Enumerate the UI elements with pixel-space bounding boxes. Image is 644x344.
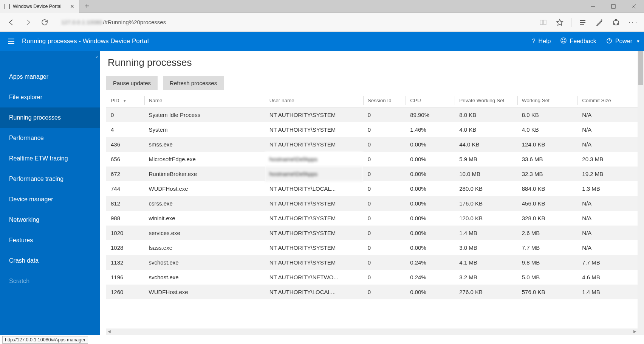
table-row[interactable]: 1132svchost.exeNT AUTHORITY\SYSTEM00.24%… — [106, 255, 638, 270]
power-menu[interactable]: Power ▼ — [606, 37, 640, 45]
titlebar-spacer — [94, 0, 583, 12]
col-header-ws[interactable]: Working Set — [517, 94, 578, 107]
cell-session: 0 — [363, 285, 406, 299]
sidebar-collapse-icon[interactable]: ‹ — [96, 54, 98, 60]
cell-commit: 7.7 MB — [577, 255, 638, 270]
more-icon[interactable]: · · · — [625, 15, 640, 30]
cell-pid: 1028 — [106, 240, 144, 255]
cell-name: WUDFHost.exe — [144, 285, 265, 299]
col-header-pid[interactable]: PID▼ — [106, 94, 144, 107]
cell-commit: N/A — [577, 226, 638, 240]
share-icon[interactable] — [608, 15, 624, 30]
refresh-button[interactable] — [37, 15, 52, 30]
cell-ws: 124.0 KB — [517, 137, 578, 152]
cell-ws: 328.0 KB — [517, 211, 578, 226]
browser-toolbar: 127.0.0.1:10080 /#Running%20processes · … — [0, 13, 644, 32]
cell-pws: 120.0 KB — [455, 211, 517, 226]
sidebar-item-networking[interactable]: Networking — [0, 210, 100, 230]
window-close-button[interactable] — [624, 0, 644, 12]
table-row[interactable]: 988wininit.exeNT AUTHORITY\SYSTEM00.00%1… — [106, 211, 638, 226]
reading-view-icon[interactable] — [536, 15, 551, 30]
table-row[interactable]: 672RuntimeBroker.exehostname\DefApps00.0… — [106, 167, 638, 181]
sidebar-item-features[interactable]: Features — [0, 230, 100, 251]
sidebar-item-realtime-etw-tracing[interactable]: Realtime ETW tracing — [0, 148, 100, 169]
tab-close-icon[interactable]: ✕ — [70, 3, 74, 9]
new-tab-button[interactable]: + — [79, 0, 94, 12]
browser-tab[interactable]: Windows Device Portal ✕ — [0, 0, 79, 13]
col-header-user[interactable]: User name — [265, 94, 363, 107]
cell-ws: 9.8 MB — [517, 255, 578, 270]
cell-user: NT AUTHORITY\SYSTEM — [265, 137, 363, 152]
status-link-preview: http://127.0.0.1:10080/#Apps manager — [2, 336, 88, 344]
pause-updates-button[interactable]: Pause updates — [106, 76, 158, 90]
cell-cpu: 0.00% — [406, 181, 455, 196]
back-button[interactable] — [4, 15, 19, 30]
cell-cpu: 1.46% — [406, 122, 455, 137]
cell-user: NT AUTHORITY\SYSTEM — [265, 196, 363, 211]
cell-pid: 0 — [106, 107, 144, 123]
help-link[interactable]: ? Help — [532, 38, 551, 45]
window-minimize-button[interactable] — [583, 0, 603, 12]
cell-cpu: 0.00% — [406, 167, 455, 181]
sidebar-item-performance[interactable]: Performance — [0, 128, 100, 148]
col-header-cpu[interactable]: CPU — [406, 94, 455, 107]
cell-ws: 2.6 MB — [517, 226, 578, 240]
notes-icon[interactable] — [592, 15, 607, 30]
sidebar-item-device-manager[interactable]: Device manager — [0, 189, 100, 210]
sidebar-item-file-explorer[interactable]: File explorer — [0, 87, 100, 107]
sidebar-item-running-processes[interactable]: Running processes — [0, 107, 100, 128]
table-row[interactable]: 0System Idle ProcessNT AUTHORITY\SYSTEM0… — [106, 107, 638, 123]
refresh-processes-button[interactable]: Refresh processes — [163, 76, 224, 90]
horizontal-scrollbar[interactable] — [106, 328, 638, 335]
scrollbar-thumb[interactable] — [638, 51, 643, 85]
table-row[interactable]: 1020services.exeNT AUTHORITY\SYSTEM00.00… — [106, 226, 638, 240]
cell-user: NT AUTHORITY\SYSTEM — [265, 240, 363, 255]
cell-pid: 744 — [106, 181, 144, 196]
col-header-name[interactable]: Name — [144, 94, 265, 107]
svg-point-19 — [564, 40, 565, 40]
address-bar[interactable]: 127.0.0.1:10080 /#Running%20processes — [61, 19, 526, 25]
favorite-icon[interactable] — [552, 15, 567, 30]
help-label: Help — [539, 38, 551, 45]
col-header-session[interactable]: Session Id — [363, 94, 406, 107]
window-controls — [583, 0, 644, 12]
sidebar-item-cutoff[interactable]: Scratch — [0, 271, 100, 285]
table-row[interactable]: 436smss.exeNT AUTHORITY\SYSTEM00.00%44.0… — [106, 137, 638, 152]
table-row[interactable]: 812csrss.exeNT AUTHORITY\SYSTEM00.00%176… — [106, 196, 638, 211]
cell-session: 0 — [363, 181, 406, 196]
window-maximize-button[interactable] — [603, 0, 624, 12]
cell-name: wininit.exe — [144, 211, 265, 226]
table-row[interactable]: 4SystemNT AUTHORITY\SYSTEM01.46%4.0 KB4.… — [106, 122, 638, 137]
cell-ws: 7.7 MB — [517, 240, 578, 255]
cell-pws: 4.0 KB — [455, 122, 517, 137]
cell-name: MicrosoftEdge.exe — [144, 152, 265, 167]
svg-rect-1 — [611, 5, 615, 8]
feedback-icon — [560, 37, 567, 45]
col-header-pws[interactable]: Private Working Set — [455, 94, 517, 107]
window-titlebar: Windows Device Portal ✕ + — [0, 0, 644, 13]
cell-ws: 5.0 MB — [517, 270, 578, 285]
cell-name: smss.exe — [144, 137, 265, 152]
cell-user: NT AUTHORITY\SYSTEM — [265, 122, 363, 137]
forward-button[interactable] — [20, 15, 36, 30]
table-row[interactable]: 1028lsass.exeNT AUTHORITY\SYSTEM00.00%3.… — [106, 240, 638, 255]
table-row[interactable]: 1260WUDFHost.exeNT AUTHORITY\LOCAL...00.… — [106, 285, 638, 299]
sidebar-item-performance-tracing[interactable]: Performance tracing — [0, 169, 100, 189]
cell-pid: 4 — [106, 122, 144, 137]
cell-name: services.exe — [144, 226, 265, 240]
vertical-scrollbar[interactable] — [638, 51, 644, 335]
cell-pid: 812 — [106, 196, 144, 211]
cell-commit: N/A — [577, 240, 638, 255]
menu-icon[interactable] — [4, 37, 19, 45]
cell-pws: 8.0 KB — [455, 107, 517, 123]
svg-point-12 — [613, 23, 615, 25]
sidebar-item-crash-data[interactable]: Crash data — [0, 251, 100, 271]
col-header-commit[interactable]: Commit Size — [577, 94, 638, 107]
hub-icon[interactable] — [575, 15, 590, 30]
table-row[interactable]: 744WUDFHost.exeNT AUTHORITY\LOCAL...00.0… — [106, 181, 638, 196]
feedback-link[interactable]: Feedback — [560, 37, 596, 45]
table-row[interactable]: 1196svchost.exeNT AUTHORITY\NETWO...00.2… — [106, 270, 638, 285]
sidebar-item-apps-manager[interactable]: Apps manager — [0, 67, 100, 87]
table-row[interactable]: 656MicrosoftEdge.exehostname\DefApps00.0… — [106, 152, 638, 167]
cell-cpu: 0.24% — [406, 255, 455, 270]
